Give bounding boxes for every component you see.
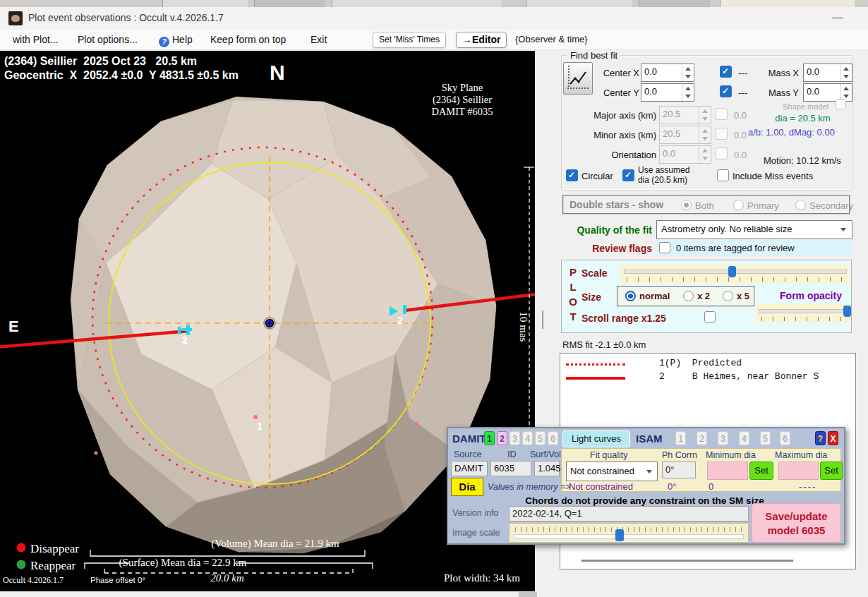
menu-exit[interactable]: Exit	[311, 30, 327, 49]
menu-with-plot[interactable]: with Plot...	[13, 30, 59, 49]
light-curves-button[interactable]: Light curves	[562, 430, 630, 447]
image-scale-thumb[interactable]	[615, 529, 624, 541]
mass-x-spinner[interactable]: 0.0	[803, 64, 852, 82]
orientation-spinner[interactable]: 0.0	[659, 145, 711, 164]
damit-close-button[interactable]: X	[828, 431, 838, 445]
menu-help[interactable]: Help	[159, 30, 193, 49]
isam-model-1-button[interactable]: 1	[675, 431, 686, 445]
damit-model-2-button[interactable]: 2	[497, 431, 507, 445]
form-opacity-label: Form opacity	[771, 290, 851, 301]
form-opacity-thumb[interactable]	[843, 306, 851, 317]
predicted-dotted-sample	[566, 363, 625, 366]
minimize-button[interactable]: —	[827, 8, 848, 27]
fit-quality-dropdown[interactable]: Not constrained	[566, 462, 658, 481]
sky-plane-line: Sky Plane	[395, 82, 529, 94]
major-axis-spinner[interactable]: 20.5	[659, 106, 711, 124]
mass-x-label: Mass X	[766, 68, 799, 79]
fit-quality-header: Fit quality	[590, 450, 628, 460]
scroll-range-checkbox[interactable]	[704, 311, 716, 322]
set-minimum-button[interactable]: Set	[749, 462, 773, 480]
values-in-memory-label: Values in memory =>	[488, 482, 571, 492]
orientation-label: Orientation	[574, 150, 656, 161]
editor-button[interactable]: →Editor	[456, 32, 507, 48]
double-stars-radio-both[interactable]	[681, 200, 692, 210]
double-stars-radio-primary[interactable]	[733, 200, 744, 210]
circular-checkbox[interactable]	[566, 169, 578, 181]
include-miss-checkbox[interactable]	[717, 169, 729, 181]
center-x-checkbox[interactable]	[720, 66, 732, 78]
form-opacity-slider[interactable]	[756, 304, 851, 322]
save-update-model-button[interactable]: Save/update model 6035	[752, 503, 841, 543]
use-assumed-checkbox[interactable]	[622, 169, 634, 181]
chord-tick	[181, 328, 192, 331]
fit-quality-value: Not constrained	[570, 466, 634, 476]
dia-button[interactable]: Dia	[451, 478, 483, 496]
mass-x-value: 0.0	[807, 66, 819, 77]
id-value-field[interactable]: 6035	[490, 461, 531, 476]
set-maximum-button[interactable]: Set	[820, 462, 843, 480]
source-value-field[interactable]: DAMIT	[451, 461, 488, 476]
isam-model-6-button[interactable]: 6	[780, 431, 790, 445]
double-stars-primary-label: Primary	[747, 200, 779, 211]
fit-constraints-panel: Fit quality Ph Corrn Minimum dia Maximum…	[561, 448, 841, 492]
minor-axis-checkbox[interactable]	[716, 128, 728, 140]
find-best-fit-title: Find best fit	[567, 50, 620, 61]
center-marker	[264, 318, 275, 329]
minor-axis-spinner[interactable]: 20.5	[659, 126, 711, 144]
id-column-header: ID	[507, 450, 517, 459]
damit-model-4-button[interactable]: 4	[522, 431, 533, 445]
isam-model-5-button[interactable]: 5	[760, 431, 771, 445]
damit-model-6-button[interactable]: 6	[548, 431, 558, 445]
size-radio-x2[interactable]	[683, 291, 694, 301]
ab-dmag-text: a/b: 1.00, dMag: 0.00	[748, 127, 852, 138]
orientation-checkbox[interactable]	[716, 147, 728, 159]
shape-model-checkbox[interactable]	[836, 99, 846, 109]
scale-slider-thumb[interactable]	[728, 266, 736, 277]
fit-chart-button[interactable]	[563, 62, 593, 95]
menu-plot-options[interactable]: Plot options...	[78, 30, 138, 49]
center-x-spinner[interactable]: 0.0	[641, 64, 694, 82]
background-fragment	[162, 0, 248, 7]
minor-axis-aux: 0.0	[734, 130, 747, 141]
background-fragment	[254, 0, 325, 7]
plot-options-panel: P L O T Scale Size normal x 2 x 5 Form o…	[561, 260, 852, 333]
damit-model-1-button[interactable]: 1	[484, 431, 495, 445]
surfvol-value-field[interactable]: 1.045	[534, 461, 560, 476]
damit-help-button[interactable]: ?	[815, 431, 826, 445]
mass-y-label: Mass Y	[766, 88, 799, 99]
damit-model-3-button[interactable]: 3	[510, 431, 520, 445]
memory-fit-quality: Not constrained	[569, 481, 633, 492]
center-y-spinner[interactable]: 0.0	[641, 83, 694, 102]
surface-dia-label: (Surface) Mean dia = 22.9 km	[119, 557, 247, 569]
maximum-dia-field[interactable]	[778, 462, 819, 480]
scrollbar-nub[interactable]	[519, 592, 537, 597]
sky-plane-line: (2364) Seillier	[395, 94, 529, 106]
review-flags-checkbox[interactable]	[659, 242, 670, 253]
quality-combobox[interactable]: Astrometry only. No reliable size	[656, 220, 852, 239]
size-normal-label: normal	[639, 291, 670, 301]
center-y-checkbox[interactable]	[720, 85, 732, 97]
menu-keep-form-on-top[interactable]: Keep form on top	[210, 30, 286, 49]
legend-hscrollbar[interactable]	[581, 560, 793, 562]
damit-model-5-button[interactable]: 5	[535, 431, 545, 445]
isam-model-4-button[interactable]: 4	[739, 431, 749, 445]
review-flags-box: 0 items are tagged for review	[656, 240, 851, 256]
major-axis-checkbox[interactable]	[716, 108, 728, 120]
size-x2-label: x 2	[697, 291, 710, 301]
double-stars-radio-secondary[interactable]	[795, 200, 806, 210]
ph-corrn-field[interactable]: 0°	[662, 462, 696, 478]
isam-model-3-button[interactable]: 3	[718, 431, 728, 445]
volume-dia-label: (Volume) Mean dia = 21.9 km	[211, 538, 339, 550]
splitter-handle[interactable]	[542, 310, 543, 329]
set-miss-times-button[interactable]: Set 'Miss' Times	[373, 32, 446, 48]
save-button-line1: Save/update	[752, 509, 840, 524]
size-radio-normal[interactable]	[625, 291, 636, 301]
isam-model-2-button[interactable]: 2	[697, 431, 707, 445]
scale-slider[interactable]	[621, 265, 850, 283]
image-scale-slider[interactable]	[509, 523, 749, 543]
size-radio-x5[interactable]	[723, 291, 733, 301]
minimum-dia-header: Minimum dia	[706, 450, 756, 460]
minimum-dia-field[interactable]	[707, 462, 748, 480]
plot-letter: T	[568, 309, 578, 324]
version-info-field[interactable]: 2022-02-14, Q=1	[509, 506, 749, 521]
